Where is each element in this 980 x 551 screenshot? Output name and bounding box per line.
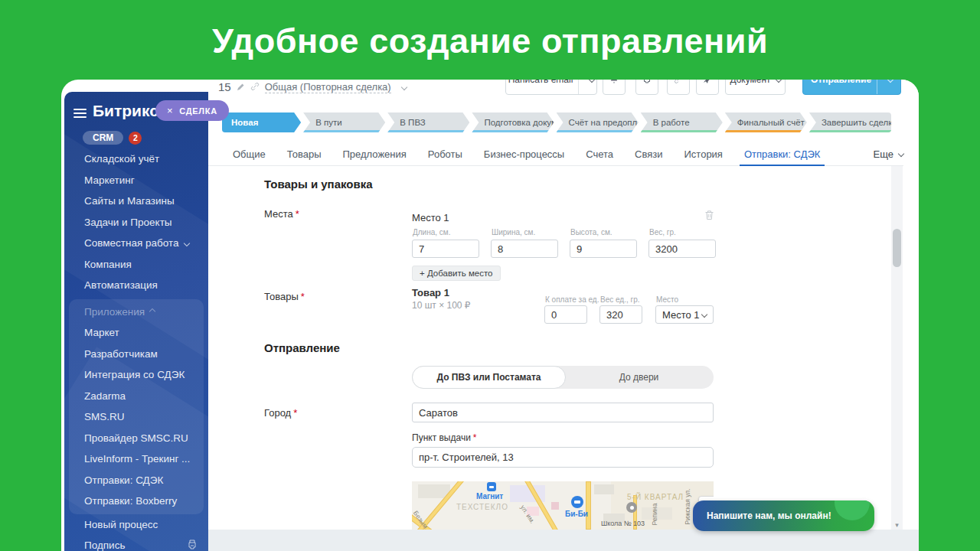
chevron-down-icon — [887, 80, 893, 83]
tab-products[interactable]: Товары — [287, 148, 322, 160]
pay-per-unit-label: К оплате за ед. — [545, 295, 599, 304]
sidebar-apps-group: Приложения Маркет Разработчикам Интеграц… — [69, 299, 204, 514]
sidebar-item-marketing[interactable]: Маркетинг — [64, 170, 208, 191]
city-input[interactable] — [412, 403, 714, 422]
tab-links[interactable]: Связи — [635, 148, 662, 160]
stage[interactable]: В ПВЗ — [387, 112, 469, 132]
car-service-icon[interactable] — [571, 496, 583, 508]
pin-icon[interactable] — [696, 80, 719, 95]
sidebar-item-new-process[interactable]: Новый процесс — [64, 514, 208, 536]
stage[interactable]: Счёт на предоплату — [557, 112, 639, 132]
scrollbar-thumb[interactable] — [893, 229, 901, 267]
edit-pencil-icon[interactable] — [237, 81, 245, 93]
hamburger-menu-icon[interactable] — [74, 109, 87, 120]
printer-icon[interactable] — [187, 540, 198, 551]
delivery-to-pvz-tab[interactable]: До ПВЗ или Постамата — [412, 366, 566, 389]
deal-tabs: Общие Товары Предложения Роботы Бизнес-п… — [208, 142, 903, 166]
stage[interactable]: Завершить сделку — [809, 112, 891, 132]
stage[interactable]: Подготовка докум... — [472, 112, 554, 132]
store-icon[interactable] — [487, 482, 496, 491]
deal-slider-badge[interactable]: × СДЕЛКА — [155, 100, 229, 121]
pipeline-selector[interactable]: Общая (Повторная сделка) — [265, 81, 391, 93]
pickup-point-input[interactable] — [412, 447, 714, 468]
unit-weight-input[interactable] — [599, 305, 642, 324]
tab-more[interactable]: Еще — [874, 148, 903, 160]
sidebar-item-signature[interactable]: Подпись — [64, 535, 208, 551]
sidebar-item-company[interactable]: Компания — [64, 254, 208, 276]
add-place-button[interactable]: + Добавить место — [412, 266, 501, 281]
place-select[interactable]: Место 1 — [655, 305, 714, 324]
height-input[interactable] — [570, 240, 637, 258]
online-chat-widget[interactable]: Напишите нам, мы онлайн! — [693, 500, 874, 531]
sidebar-menu: Складской учёт Маркетинг Сайты и Магазин… — [64, 148, 208, 551]
weight-label: Вес, гр. — [649, 228, 676, 236]
sidebar-item-developers[interactable]: Разработчикам — [69, 344, 204, 365]
sidebar-item-apps[interactable]: Приложения — [69, 302, 204, 323]
city-label: Город* — [264, 407, 297, 419]
chevron-down-icon — [183, 240, 189, 246]
vertical-scrollbar[interactable]: ▾ — [891, 166, 903, 530]
create-shipment-button[interactable]: Отправление — [802, 80, 901, 95]
sidebar-item-zadarma[interactable]: Zadarma — [69, 386, 204, 407]
map-label-bibi: Би-Би — [565, 510, 588, 518]
stage[interactable]: В работе — [641, 112, 723, 132]
stage[interactable]: В пути — [303, 112, 385, 132]
tab-cdek-shipments[interactable]: Отправки: СДЭК — [744, 148, 820, 160]
map-building — [594, 484, 614, 494]
copy-link-icon[interactable] — [250, 81, 260, 93]
sidebar-item-cdek-integration[interactable]: Интеграция со СДЭК — [69, 364, 204, 386]
weight-input[interactable] — [648, 240, 716, 258]
places-label: Места* — [264, 208, 299, 220]
delete-place-icon[interactable] — [704, 210, 714, 223]
tab-robots[interactable]: Роботы — [428, 148, 462, 160]
write-email-button[interactable]: Написать email — [505, 80, 597, 95]
tab-invoices[interactable]: Счета — [586, 148, 613, 160]
sidebar-item-boxberry[interactable]: Отправки: Boxberry — [69, 491, 204, 512]
sidebar-item-cdek-shipments[interactable]: Отправки: СДЭК — [69, 470, 204, 491]
sidebar-item-market[interactable]: Маркет — [69, 322, 204, 344]
bell-icon[interactable] — [603, 80, 626, 95]
chevron-down-icon — [898, 150, 904, 156]
width-input[interactable] — [491, 240, 558, 258]
sidebar-item-tasks[interactable]: Задачи и Проекты — [64, 212, 208, 233]
scroll-down-arrow[interactable]: ▾ — [891, 521, 903, 529]
length-input[interactable] — [412, 240, 479, 258]
tab-history[interactable]: История — [684, 148, 723, 160]
close-icon[interactable]: × — [167, 105, 173, 116]
delivery-type-switch: До ПВЗ или Постамата До двери — [412, 366, 714, 389]
pickup-map[interactable]: Магнит ТЕХСТЕКЛО Би-Би 5-Й КВАРТАЛ Школа… — [412, 481, 714, 530]
length-label: Длина, см. — [413, 228, 451, 236]
crm-counter-badge: 2 — [129, 132, 142, 145]
school-icon[interactable] — [626, 502, 637, 513]
tab-quotes[interactable]: Предложения — [342, 148, 406, 160]
map-street-rizhskaya: Рижская ул. — [684, 488, 691, 524]
section-title-packaging: Товары и упаковка — [264, 178, 373, 191]
map-label-magnit: Магнит — [476, 492, 503, 500]
sidebar: Битрикс 24 CRM 2 Складской учёт Маркетин… — [64, 92, 208, 551]
map-building — [551, 502, 559, 510]
pay-per-unit-input[interactable] — [544, 305, 587, 324]
delivery-to-door-tab[interactable]: До двери — [564, 366, 714, 389]
breadcrumb: 15 Общая (Повторная сделка) — [218, 80, 407, 93]
stage[interactable]: Новая — [222, 112, 301, 132]
sidebar-item-collab[interactable]: Совместная работа — [64, 233, 208, 254]
sidebar-item-smsc[interactable]: Провайдер SMSC.RU — [69, 428, 204, 449]
sidebar-item-warehouse[interactable]: Складской учёт — [64, 148, 208, 170]
sidebar-item-sites[interactable]: Сайты и Магазины — [64, 191, 208, 212]
link-icon[interactable] — [667, 80, 690, 95]
sidebar-item-liveinform[interactable]: LiveInform - Трекинг ... — [69, 448, 204, 470]
sidebar-item-automation[interactable]: Автоматизация — [64, 275, 208, 296]
chevron-down-icon — [589, 80, 595, 83]
stage[interactable]: Финальный счёт — [725, 112, 807, 132]
chevron-down-icon — [775, 80, 781, 83]
document-button[interactable]: Документ — [725, 80, 786, 95]
chevron-up-icon — [149, 308, 155, 315]
tab-business-processes[interactable]: Бизнес-процессы — [484, 148, 564, 160]
sidebar-item-smsru[interactable]: SMS.RU — [69, 406, 204, 428]
section-title-shipment: Отправление — [264, 341, 340, 354]
sidebar-item-crm[interactable]: CRM — [83, 131, 123, 145]
printer-icon[interactable] — [635, 80, 658, 95]
tab-general[interactable]: Общие — [233, 148, 266, 160]
chevron-down-icon — [701, 311, 707, 318]
map-label-kvartal: 5-Й КВАРТАЛ — [627, 493, 684, 501]
